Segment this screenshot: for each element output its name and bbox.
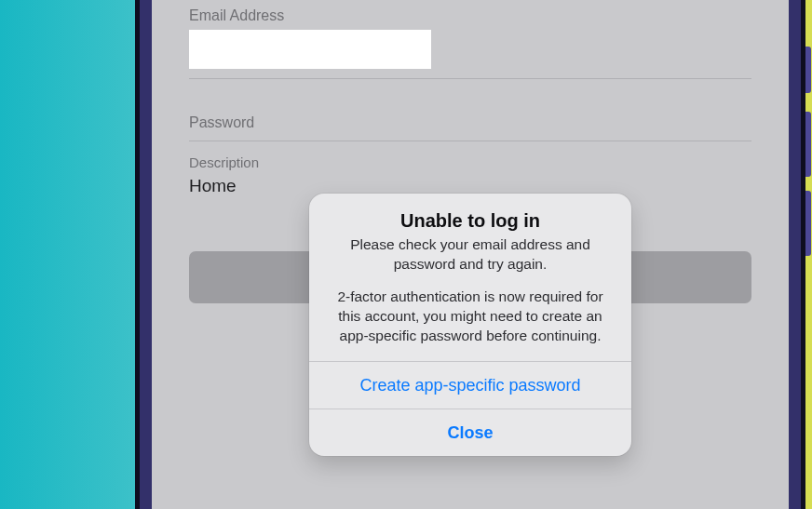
email-label: Email Address: [189, 7, 751, 24]
create-app-specific-password-button[interactable]: Create app-specific password: [309, 362, 631, 409]
close-button[interactable]: Close: [309, 409, 631, 456]
password-label: Password: [189, 114, 751, 131]
alert-title: Unable to log in: [328, 210, 613, 232]
alert-dialog: Unable to log in Please check your email…: [309, 194, 631, 456]
screen: Email Address Password Description Home …: [152, 0, 789, 509]
email-field[interactable]: Email Address: [189, 7, 751, 79]
description-label: Description: [189, 154, 751, 170]
alert-body: Unable to log in Please check your email…: [309, 194, 631, 361]
phone-side-button: [805, 47, 811, 93]
login-form: Email Address Password Description Home: [189, 0, 751, 196]
wallpaper: Email Address Password Description Home …: [0, 0, 812, 509]
phone-side-button: [805, 112, 811, 177]
alert-message-2: 2-factor authentication is now required …: [328, 288, 613, 346]
phone-frame: Email Address Password Description Home …: [135, 0, 805, 509]
phone-side-button: [805, 191, 811, 256]
alert-message-1: Please check your email address and pass…: [328, 235, 613, 275]
description-field[interactable]: Description Home: [189, 154, 751, 196]
email-input[interactable]: [189, 30, 431, 69]
password-field[interactable]: Password: [189, 114, 751, 141]
